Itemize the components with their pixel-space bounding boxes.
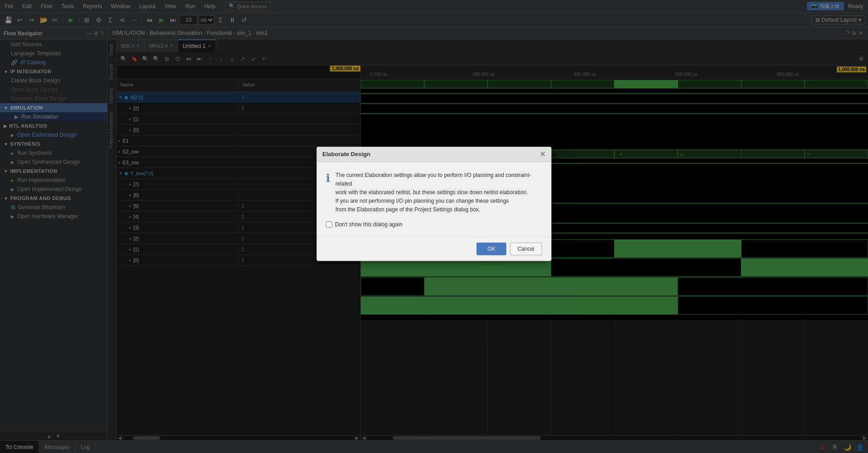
dont-show-label: Don't show this dialog again (335, 221, 402, 228)
dialog-message: The current Elaboration settings allow y… (335, 171, 542, 215)
dialog-dont-show-row: Don't show this dialog again (326, 221, 542, 228)
dialog-line2: work with the elaborated netlist, but th… (335, 189, 528, 196)
ok-button[interactable]: OK (476, 243, 506, 255)
elaborate-design-dialog: Elaborate Design ✕ ℹ The current Elabora… (316, 147, 552, 262)
dialog-line4: from the Elaboration page of the Project… (335, 206, 480, 213)
dont-show-checkbox[interactable] (326, 221, 332, 228)
dialog-overlay: Elaborate Design ✕ ℹ The current Elabora… (0, 0, 868, 453)
dialog-buttons: OK Cancel (317, 237, 551, 261)
dialog-line1: The current Elaboration settings allow y… (335, 172, 531, 187)
dialog-close-button[interactable]: ✕ (540, 151, 546, 158)
dialog-title-bar: Elaborate Design ✕ (317, 147, 551, 162)
dialog-title: Elaborate Design (322, 151, 370, 157)
cancel-button[interactable]: Cancel (510, 243, 542, 255)
dialog-body: ℹ The current Elaboration settings allow… (317, 162, 551, 237)
dialog-line3: If you are not performing I/O pin planni… (335, 198, 509, 204)
dialog-content: ℹ The current Elaboration settings allow… (326, 171, 542, 215)
info-icon: ℹ (326, 172, 330, 215)
